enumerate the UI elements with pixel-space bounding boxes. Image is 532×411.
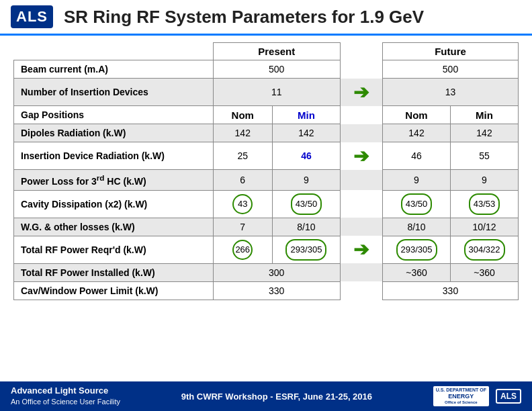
dipoles-pmin: 142 xyxy=(272,124,340,142)
circled-value: 43/53 xyxy=(469,193,500,215)
row-label-gap: Gap Positions xyxy=(14,106,214,124)
wg-fnom: 8/10 xyxy=(383,218,451,236)
trf-pnom: 266 xyxy=(213,236,272,263)
cav-pmin: 43/50 xyxy=(272,190,340,218)
table-row: Insertion Device Radiation (k.W) 25 46 ➔… xyxy=(14,142,519,170)
parameters-table: Present Future Beam current (m.A) 500 50… xyxy=(13,42,519,300)
arrow-trf: ➔ xyxy=(340,236,382,263)
future-header: Future xyxy=(383,43,519,60)
cav-fnom: 43/50 xyxy=(383,190,451,218)
gap-beam xyxy=(340,60,382,79)
pl-fnom: 9 xyxy=(383,170,451,191)
idrad-fmin: 55 xyxy=(451,142,519,170)
table-row: Total RF Power Installed (k.W) 300 ~360 … xyxy=(14,263,519,281)
gap-dipoles xyxy=(340,124,382,142)
table-row: Power Loss for 3rd HC (k.W) 6 9 9 9 xyxy=(14,170,519,191)
beam-future: 500 xyxy=(383,60,519,79)
doe-label-line3: Office of Science xyxy=(436,400,486,405)
cav-fmin: 43/53 xyxy=(451,190,519,218)
empty-header xyxy=(14,43,214,60)
nom-future-label: Nom xyxy=(383,106,451,124)
inst-fmin: ~360 xyxy=(451,263,519,281)
pl-fmin: 9 xyxy=(451,170,519,191)
table-row: Beam current (m.A) 500 500 xyxy=(14,60,519,79)
table-row: Cav/Window Power Limit (k.W) 330 330 xyxy=(14,281,519,300)
row-label-installed: Total RF Power Installed (k.W) xyxy=(14,263,214,281)
cavwin-future: 330 xyxy=(383,281,519,300)
row-label-dipoles: Dipoles Radiation (k.W) xyxy=(14,124,214,142)
gap-inst xyxy=(340,263,382,281)
table-row-gap-header: Gap Positions Nom Min Nom Min xyxy=(14,106,519,124)
idrad-pnom: 25 xyxy=(213,142,272,170)
doe-label-line2: ENERGY xyxy=(436,393,486,400)
circled-value: 266 xyxy=(232,240,253,260)
doe-label-line1: U.S. DEPARTMENT OF xyxy=(436,387,486,393)
row-label-cavity: Cavity Dissipation (x2) (k.W) xyxy=(14,190,214,218)
arrow-idrad: ➔ xyxy=(340,142,382,170)
trf-fnom: 293/305 xyxy=(383,236,451,263)
trf-fmin: 304/322 xyxy=(451,236,519,263)
table-row: Dipoles Radiation (k.W) 142 142 142 142 xyxy=(14,124,519,142)
footer-org: Advanced Light Source An Office of Scien… xyxy=(11,385,120,408)
gap-pl xyxy=(340,170,382,191)
insertion-future: 13 xyxy=(383,79,519,106)
inst-fnom: ~360 xyxy=(383,263,451,281)
wg-fmin: 10/12 xyxy=(451,218,519,236)
footer-logos: U.S. DEPARTMENT OF ENERGY Office of Scie… xyxy=(433,386,521,406)
inst-present: 300 xyxy=(213,263,340,281)
als-small-logo: ALS xyxy=(496,389,521,404)
gap-wg xyxy=(340,218,382,236)
row-label-id-rad: Insertion Device Radiation (k.W) xyxy=(14,142,214,170)
cav-pnom: 43 xyxy=(213,190,272,218)
dipoles-fnom: 142 xyxy=(383,124,451,142)
gap-cavwin xyxy=(340,281,382,300)
page-title: SR Ring RF System Parameters for 1.9 GeV xyxy=(64,7,424,28)
als-logo: ALS xyxy=(11,5,53,28)
pl-pmin: 9 xyxy=(272,170,340,191)
row-label-beam: Beam current (m.A) xyxy=(14,60,214,79)
right-arrow-icon: ➔ xyxy=(353,146,369,167)
table-row: Cavity Dissipation (x2) (k.W) 43 43/50 4… xyxy=(14,190,519,218)
row-label-powerloss: Power Loss for 3rd HC (k.W) xyxy=(14,170,214,191)
min-present-label: Min xyxy=(272,106,340,124)
gap-gappos xyxy=(340,106,382,124)
circled-value: 43 xyxy=(232,194,253,214)
beam-present: 500 xyxy=(213,60,340,79)
gap-cav xyxy=(340,190,382,218)
row-label-insertion: Number of Insertion Devices xyxy=(14,79,214,106)
right-arrow-icon: ➔ xyxy=(353,82,369,103)
footer-org-sub: An Office of Science User Facility xyxy=(11,397,120,407)
circled-value: 304/322 xyxy=(464,239,505,261)
right-arrow-icon: ➔ xyxy=(353,239,369,260)
footer-workshop: 9th CWRF Workshop - ESRF, June 21-25, 20… xyxy=(120,392,433,402)
page-header: ALS SR Ring RF System Parameters for 1.9… xyxy=(0,0,532,36)
doe-logo: U.S. DEPARTMENT OF ENERGY Office of Scie… xyxy=(433,386,489,406)
row-label-wg: W.G. & other losses (k.W) xyxy=(14,218,214,236)
idrad-pmin: 46 xyxy=(272,142,340,170)
wg-pnom: 7 xyxy=(213,218,272,236)
circled-value: 293/305 xyxy=(396,239,437,261)
present-header: Present xyxy=(213,43,340,60)
page-footer: Advanced Light Source An Office of Scien… xyxy=(0,381,532,411)
insertion-present: 11 xyxy=(213,79,340,106)
idrad-fnom: 46 xyxy=(383,142,451,170)
footer-org-name: Advanced Light Source xyxy=(11,385,120,397)
arrow-header-gap xyxy=(340,43,382,60)
cavwin-present: 330 xyxy=(213,281,340,300)
table-row: W.G. & other losses (k.W) 7 8/10 8/10 10… xyxy=(14,218,519,236)
wg-pmin: 8/10 xyxy=(272,218,340,236)
main-content: Present Future Beam current (m.A) 500 50… xyxy=(0,36,532,304)
nom-present-label: Nom xyxy=(213,106,272,124)
row-label-total-rf: Total RF Power Reqr'd (k.W) xyxy=(14,236,214,263)
table-row: Total RF Power Reqr'd (k.W) 266 293/305 … xyxy=(14,236,519,263)
circled-value: 293/305 xyxy=(285,239,326,261)
trf-pmin: 293/305 xyxy=(272,236,340,263)
circled-value: 43/50 xyxy=(291,193,322,215)
arrow-insertion: ➔ xyxy=(340,79,382,106)
table-row: Number of Insertion Devices 11 ➔ 13 xyxy=(14,79,519,106)
min-future-label: Min xyxy=(451,106,519,124)
row-label-cavwin: Cav/Window Power Limit (k.W) xyxy=(14,281,214,300)
dipoles-fmin: 142 xyxy=(451,124,519,142)
dipoles-pnom: 142 xyxy=(213,124,272,142)
pl-pnom: 6 xyxy=(213,170,272,191)
